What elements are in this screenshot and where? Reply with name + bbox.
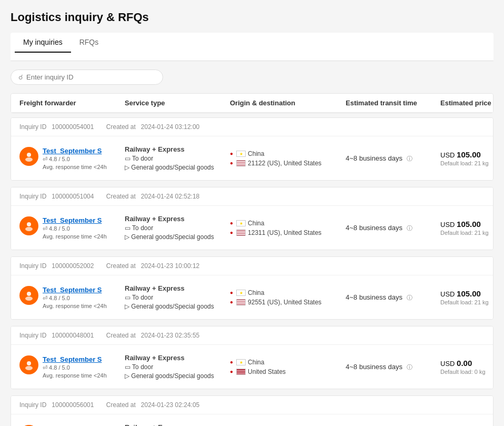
- price-load-2: Default load: 21 kg: [440, 299, 493, 305]
- inquiry-group: Inquiry ID 100000051004 Created at 2024-…: [11, 187, 493, 250]
- origin-row-1: ● ★ China: [230, 220, 346, 227]
- ff-response-1: Avg. response time <24h: [43, 233, 107, 240]
- transit-info-icon-3[interactable]: ⓘ: [407, 364, 412, 370]
- inquiry-group: Inquiry ID 100000056001 Created at 2024-…: [11, 395, 493, 426]
- ff-response-3: Avg. response time <24h: [43, 372, 107, 379]
- ff-details-1: Test_September S ⏎ 4.8 / 5.0 Avg. respon…: [43, 216, 107, 240]
- ff-rating-1: ⏎ 4.8 / 5.0: [43, 225, 107, 232]
- table-wrapper: Freight forwarder Service type Origin & …: [11, 93, 493, 113]
- service-main-1: Railway + Express: [125, 215, 230, 223]
- origin-text-2: China: [248, 289, 264, 296]
- service-main-2: Railway + Express: [125, 284, 230, 292]
- dest-row-3: ● United States: [230, 368, 346, 375]
- transit-info-icon-1[interactable]: ⓘ: [407, 225, 412, 231]
- origin-text-0: China: [248, 150, 264, 157]
- dest-dot-1: ●: [230, 230, 233, 235]
- service-type-0: Railway + Express ▭ To door ▷ General go…: [125, 145, 230, 171]
- service-main-4: Railway + Express: [125, 423, 230, 426]
- created-at-1: Created at 2024-01-24 02:52:18: [106, 193, 199, 200]
- service-type-3: Railway + Express ▭ To door ▷ General go…: [125, 354, 230, 380]
- price-load-3: Default load: 0 kg: [440, 369, 493, 375]
- ff-info-0: Test_September S ⏎ 4.8 / 5.0 Avg. respon…: [19, 147, 125, 170]
- price-load-0: Default load: 21 kg: [440, 160, 493, 166]
- price-amount-2: USD 105.00: [440, 289, 493, 298]
- svg-point-4: [27, 292, 31, 296]
- transit-info-icon-2[interactable]: ⓘ: [407, 294, 412, 301]
- service-goods-2: ▷ General goods/Special goods: [125, 303, 230, 310]
- header-estimated-price: Estimated price: [440, 99, 504, 107]
- header-service-type: Service type: [125, 99, 230, 107]
- transit-0: 4~8 business days ⓘ: [346, 154, 440, 163]
- ff-rating-2: ⏎ 4.8 / 5.0: [43, 295, 107, 302]
- currency-2: USD: [440, 290, 457, 298]
- origin-dest-2: ● ★ China ● 92551 (US), United States: [230, 289, 346, 306]
- origin-dest-0: ● ★ China ● 21122 (US), United States: [230, 150, 346, 167]
- dest-dot-0: ●: [230, 160, 233, 166]
- ff-rating-0: ⏎ 4.8 / 5.0: [43, 156, 107, 163]
- inquiry-row-1: Test_September S ⏎ 4.8 / 5.0 Avg. respon…: [11, 206, 493, 250]
- ff-details-2: Test_September S ⏎ 4.8 / 5.0 Avg. respon…: [43, 286, 107, 309]
- ff-response-0: Avg. response time <24h: [43, 164, 107, 170]
- service-goods-3: ▷ General goods/Special goods: [125, 372, 230, 380]
- ff-avatar-2: [19, 286, 38, 305]
- origin-dest-3: ● ★ China ● United States: [230, 359, 346, 375]
- price-info-1: USD 105.00 Default load: 21 kg: [440, 220, 493, 236]
- inquiry-row-0: Test_September S ⏎ 4.8 / 5.0 Avg. respon…: [11, 136, 493, 180]
- header-origin-destination: Origin & destination: [230, 99, 346, 107]
- service-goods-1: ▷ General goods/Special goods: [125, 233, 230, 241]
- ff-info-3: Test_September S ⏎ 4.8 / 5.0 Avg. respon…: [19, 355, 125, 379]
- service-door-1: ▭ To door: [125, 224, 230, 232]
- search-input[interactable]: [26, 73, 155, 81]
- inquiry-meta-3: Inquiry ID 100000048001 Created at 2024-…: [11, 326, 493, 345]
- created-at-4: Created at 2024-01-23 02:24:05: [106, 401, 199, 409]
- price-info-3: USD 0.00 Default load: 0 kg: [440, 359, 493, 375]
- tabs-container: My inquiries RFQs: [11, 33, 493, 61]
- inquiry-id-3: Inquiry ID 100000048001: [19, 332, 94, 339]
- currency-3: USD: [440, 360, 457, 368]
- created-at-3: Created at 2024-01-23 02:35:55: [106, 332, 199, 339]
- origin-dest-1: ● ★ China ● 12311 (US), United States: [230, 220, 346, 236]
- dest-dot-3: ●: [230, 369, 233, 374]
- inquiry-list: Inquiry ID 100000054001 Created at 2024-…: [11, 117, 493, 426]
- tab-rfqs[interactable]: RFQs: [71, 33, 107, 53]
- ff-name-0[interactable]: Test_September S: [43, 147, 107, 155]
- inquiry-row-3: Test_September S ⏎ 4.8 / 5.0 Avg. respon…: [11, 345, 493, 389]
- ff-avatar-1: [19, 216, 38, 235]
- ff-name-1[interactable]: Test_September S: [43, 216, 107, 224]
- dest-row-2: ● 92551 (US), United States: [230, 299, 346, 306]
- inquiry-meta-1: Inquiry ID 100000051004 Created at 2024-…: [11, 187, 493, 206]
- inquiry-row-4: Test_September S ⏎ 4.8 / 5.0 Avg. respon…: [11, 414, 493, 426]
- inquiry-group: Inquiry ID 100000054001 Created at 2024-…: [11, 117, 493, 181]
- svg-point-3: [25, 227, 33, 231]
- price-amount-0: USD 105.00: [440, 150, 493, 159]
- service-type-4: Railway + Express ▭ To door ▷ General go…: [125, 423, 230, 426]
- price-amount-1: USD 105.00: [440, 220, 493, 229]
- ff-name-2[interactable]: Test_September S: [43, 286, 107, 294]
- search-icon: ☌: [18, 73, 23, 81]
- svg-point-6: [27, 361, 31, 365]
- service-goods-0: ▷ General goods/Special goods: [125, 164, 230, 171]
- inquiry-id-2: Inquiry ID 100000052002: [19, 262, 94, 270]
- inquiry-group: Inquiry ID 100000052002 Created at 2024-…: [11, 256, 493, 320]
- origin-dot-3: ●: [230, 359, 233, 365]
- origin-row-3: ● ★ China: [230, 359, 346, 366]
- ff-name-3[interactable]: Test_September S: [43, 355, 107, 363]
- price-info-2: USD 105.00 Default load: 21 kg: [440, 289, 493, 305]
- ff-avatar-3: [19, 355, 38, 374]
- tab-my-inquiries[interactable]: My inquiries: [15, 33, 71, 53]
- inquiry-meta-2: Inquiry ID 100000052002 Created at 2024-…: [11, 257, 493, 275]
- ff-details-0: Test_September S ⏎ 4.8 / 5.0 Avg. respon…: [43, 147, 107, 170]
- ff-info-1: Test_September S ⏎ 4.8 / 5.0 Avg. respon…: [19, 216, 125, 240]
- origin-row-0: ● ★ China: [230, 150, 346, 157]
- ff-rating-3: ⏎ 4.8 / 5.0: [43, 364, 107, 371]
- ff-info-2: Test_September S ⏎ 4.8 / 5.0 Avg. respon…: [19, 286, 125, 309]
- header-freight-forwarder: Freight forwarder: [19, 99, 125, 107]
- origin-dot-0: ●: [230, 151, 233, 156]
- price-amount-3: USD 0.00: [440, 359, 493, 368]
- svg-point-7: [25, 366, 33, 370]
- search-container: ☌: [11, 70, 163, 85]
- inquiry-id-1: Inquiry ID 100000051004: [19, 193, 94, 200]
- ff-avatar-0: [19, 147, 38, 166]
- svg-point-1: [25, 157, 33, 162]
- transit-info-icon-0[interactable]: ⓘ: [407, 155, 412, 162]
